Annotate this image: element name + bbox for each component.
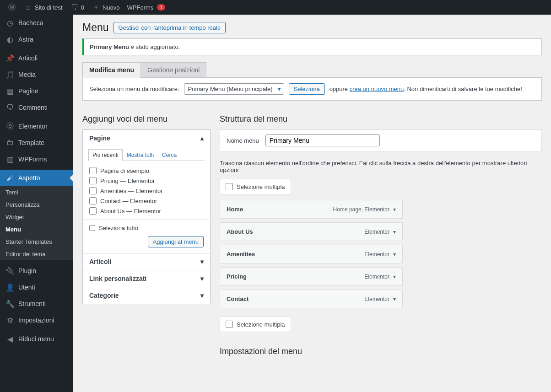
nav-tabs: Modifica menu Gestione posizioni: [82, 62, 542, 78]
select-all-checkbox[interactable]: [89, 225, 95, 231]
caret-down-icon[interactable]: ▾: [393, 229, 396, 235]
sidebar-item-astra[interactable]: ◐Astra: [0, 31, 73, 48]
caret-down-icon[interactable]: ▾: [393, 251, 396, 258]
comment-icon: 🗨: [70, 3, 79, 12]
structure-help: Trascina ciascun elemento nell'ordine ch…: [220, 160, 542, 173]
sidebar-item-commenti[interactable]: 🗨Commenti: [0, 99, 73, 116]
site-link[interactable]: ⌂Sito di test: [20, 0, 66, 15]
categories-toggle[interactable]: Categorie▾: [83, 287, 210, 304]
bulk-select-checkbox-bottom[interactable]: [226, 321, 233, 328]
new-link[interactable]: +Nuovo: [88, 0, 124, 15]
bulk-select-label-bottom: Selezione multipla: [237, 321, 285, 328]
sidebar-item-label: Strumenti: [18, 300, 46, 307]
page-title: Menu: [82, 21, 109, 34]
bulk-select-checkbox[interactable]: [226, 183, 233, 190]
tab-manage-locations[interactable]: Gestione posizioni: [140, 62, 206, 78]
sidebar-sub-menu[interactable]: Menu: [0, 223, 73, 236]
page-label: About Us — Elementor: [100, 208, 161, 215]
home-icon: ⌂: [24, 3, 33, 12]
wordpress-icon: ⓦ: [7, 3, 16, 12]
sidebar-item-label: Impostazioni: [18, 317, 54, 324]
comment-count: 0: [81, 4, 84, 11]
sidebar-sub-personalizza[interactable]: Personalizza: [0, 199, 73, 211]
sidebar-item-impostazioni[interactable]: ⚙Impostazioni: [0, 312, 73, 328]
sidebar-item-strumenti[interactable]: 🔧Strumenti: [0, 295, 73, 312]
live-preview-button[interactable]: Gestisci con l'anteprima in tempo reale: [113, 22, 226, 33]
sidebar-item-label: Riduci menu: [18, 335, 54, 343]
sidebar-item-label: Template: [18, 139, 44, 146]
page-checkbox[interactable]: [89, 187, 97, 194]
menu-name-row: Nome menu: [220, 129, 542, 151]
custom-links-toggle[interactable]: Link personalizzati▾: [83, 270, 210, 287]
menu-item[interactable]: HomeHome page, Elementor ▾: [220, 200, 403, 219]
sidebar-item-wpforms[interactable]: ▥WPForms: [0, 151, 73, 167]
articles-toggle[interactable]: Articoli▾: [83, 253, 210, 270]
caret-down-icon[interactable]: ▾: [393, 274, 396, 280]
settings-icon: ⚙: [5, 316, 15, 325]
page-checkbox[interactable]: [89, 177, 97, 184]
comments-link[interactable]: 🗨0: [66, 0, 88, 15]
sidebar-item-pagine[interactable]: ▤Pagine: [0, 83, 73, 99]
collapse-icon: ◀: [5, 334, 15, 344]
menu-item[interactable]: ContactElementor ▾: [220, 290, 403, 308]
menu-item-type: Elementor ▾: [364, 274, 396, 280]
sidebar-item-label: Plugin: [18, 267, 36, 274]
menu-name-input[interactable]: [265, 134, 380, 146]
wpforms-link[interactable]: WPForms1: [124, 0, 169, 15]
structure-heading: Struttura del menu: [220, 114, 542, 124]
menu-item[interactable]: AmenitiesElementor ▾: [220, 245, 403, 263]
wp-logo[interactable]: ⓦ: [4, 0, 20, 15]
wpforms-label: WPForms: [127, 4, 154, 11]
bulk-select-bottom: Selezione multipla: [220, 317, 291, 332]
tab-view-all[interactable]: Mostra tutti: [123, 149, 158, 161]
page-checkbox[interactable]: [89, 167, 97, 174]
sidebar-sub-temi[interactable]: Temi: [0, 186, 73, 199]
tab-recent[interactable]: Più recenti: [88, 149, 123, 161]
sidebar-item-utenti[interactable]: 👤Utenti: [0, 279, 73, 295]
notice-strong: Primary Menu: [90, 43, 129, 50]
menu-item-title: Contact: [227, 295, 248, 302]
sidebar-item-media[interactable]: 🎵Media: [0, 66, 73, 83]
sidebar-sub-widget[interactable]: Widget: [0, 211, 73, 223]
select-button[interactable]: Seleziona: [289, 83, 325, 95]
sidebar-item-bacheca[interactable]: ◷Bacheca: [0, 15, 73, 31]
page-option: Pricing — Elementor: [83, 176, 210, 186]
page-option: About Us — Elementor: [83, 206, 210, 216]
sidebar-item-elementor[interactable]: ⓔElementor: [0, 118, 73, 134]
sidebar-item-label: Commenti: [18, 104, 48, 111]
categories-metabox: Categorie▾: [82, 287, 211, 304]
sidebar-item-template[interactable]: 🗀Template: [0, 134, 73, 151]
plugin-icon: 🔌: [5, 266, 15, 275]
add-to-menu-button[interactable]: Aggiungi al menu: [148, 236, 204, 247]
caret-down-icon[interactable]: ▾: [393, 296, 396, 302]
sidebar-item-aspetto[interactable]: 🖌Aspetto: [0, 170, 73, 186]
page-checkbox[interactable]: [89, 197, 97, 204]
menu-item[interactable]: PricingElementor ▾: [220, 267, 403, 286]
page-checkbox[interactable]: [89, 207, 97, 215]
sidebar-item-plugin[interactable]: 🔌Plugin: [0, 263, 73, 279]
bulk-select-top: Selezione multipla: [220, 179, 291, 194]
tab-search[interactable]: Cerca: [158, 149, 181, 161]
sidebar-item-label: Astra: [18, 36, 33, 43]
sidebar-item-label: Utenti: [18, 284, 35, 291]
tab-edit-menu[interactable]: Modifica menu: [82, 62, 141, 78]
create-menu-link[interactable]: crea un nuovo menu: [350, 86, 404, 92]
menu-item-type: Home page, Elementor ▾: [333, 206, 396, 213]
menu-select[interactable]: Primary Menu (Menu principale): [184, 83, 284, 95]
sidebar-sub-editor-del-tema[interactable]: Editor del tema: [0, 248, 73, 260]
user-icon: 👤: [5, 283, 15, 292]
sidebar-item-articoli[interactable]: 📌Articoli: [0, 50, 73, 66]
sidebar-item-label: Bacheca: [18, 19, 43, 27]
page-option: Pagina di esempio: [83, 166, 210, 176]
sidebar-sub-starter-templates[interactable]: Starter Templates: [0, 236, 73, 248]
caret-down-icon: ▾: [200, 275, 204, 282]
admin-topbar: ⓦ ⌂Sito di test 🗨0 +Nuovo WPForms1: [0, 0, 551, 15]
custom-links-metabox: Link personalizzati▾: [82, 270, 211, 287]
menu-item[interactable]: About UsElementor ▾: [220, 222, 403, 241]
pages-toggle[interactable]: Pagine▴: [83, 130, 210, 146]
wpforms-icon: ▥: [5, 155, 15, 164]
menu-item-title: About Us: [227, 228, 253, 235]
caret-down-icon[interactable]: ▾: [393, 206, 396, 213]
page-icon: ▤: [5, 86, 15, 96]
sidebar-item-riduci-menu[interactable]: ◀Riduci menu: [0, 331, 73, 347]
